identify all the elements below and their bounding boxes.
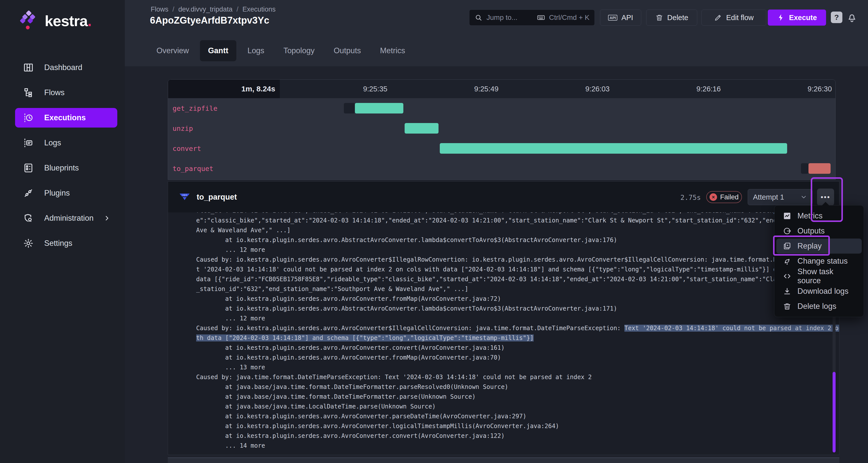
breadcrumb-item[interactable]: Flows	[151, 5, 168, 13]
failed-x-icon: ×	[710, 193, 717, 201]
log-line: Caused by: io.kestra.plugin.serdes.avro.…	[196, 255, 839, 265]
menu-item-delete-logs[interactable]: Delete logs	[776, 299, 862, 314]
delete-button[interactable]: Delete	[646, 9, 697, 26]
sidebar-item-flows[interactable]: Flows	[15, 83, 117, 102]
sidebar-item-label: Dashboard	[44, 63, 82, 72]
breadcrumb-item[interactable]: Executions	[242, 5, 276, 13]
menu-item-label: Show task source	[798, 267, 855, 285]
gantt-bar-to_parquet[interactable]	[808, 163, 831, 174]
sidebar-item-blueprints[interactable]: Blueprints	[15, 158, 117, 178]
sidebar-item-administration[interactable]: Administration	[15, 208, 117, 228]
attempt-select[interactable]: Attempt 1	[748, 189, 812, 205]
log-line: at io.kestra.plugin.serdes.avro.AvroConv…	[196, 431, 839, 441]
metrics-icon	[783, 212, 792, 220]
gantt-time-tick: 9:25:49	[391, 80, 502, 98]
code-icon	[783, 272, 792, 280]
gantt-task-label: convert	[173, 145, 201, 152]
sidebar-item-executions[interactable]: Executions	[15, 108, 117, 128]
sidebar-item-label: Plugins	[44, 189, 70, 197]
gantt-duration-label: 1m, 8.24s	[168, 80, 280, 98]
gantt-bar-get_zipfile[interactable]	[344, 103, 355, 114]
tab-metrics[interactable]: Metrics	[372, 40, 413, 61]
menu-item-change-status[interactable]: Change status	[776, 254, 862, 269]
log-line: Ave & Waveland Ave"," ...]	[196, 225, 839, 235]
log-line: at io.kestra.plugin.serdes.avro.AvroConv…	[196, 421, 839, 431]
gantt-timeline-header: 1m, 8.24s 9:25:359:25:499:26:039:26:169:…	[168, 80, 835, 98]
api-button[interactable]: API API	[600, 9, 641, 26]
logo-red-dot	[26, 26, 30, 29]
keyboard-icon	[537, 13, 545, 22]
log-line: _station_id":"632","end_station_name":"S…	[196, 284, 839, 294]
help-button[interactable]: ?	[831, 11, 842, 23]
flows-icon	[23, 87, 34, 98]
tab-overview[interactable]: Overview	[149, 40, 197, 61]
sidebar-nav: DashboardFlowsExecutionsLogsBlueprintsPl…	[0, 58, 125, 258]
log-line: Caused by: io.kestra.plugin.serdes.avro.…	[196, 323, 839, 333]
sidebar-item-dashboard[interactable]: Dashboard	[15, 58, 117, 77]
shortcut-hint: Ctrl/Cmd + K	[549, 13, 589, 22]
log-line: at io.kestra.plugin.serdes.avro.Abstract…	[196, 235, 839, 245]
sidebar-item-settings[interactable]: Settings	[15, 234, 117, 253]
gantt-bar-unzip[interactable]	[405, 123, 438, 133]
gantt-row-to_parquet: to_parquet	[168, 158, 835, 179]
gantt-time-tick: 9:25:35	[280, 80, 391, 98]
tab-topology[interactable]: Topology	[275, 40, 322, 61]
gantt-task-label: unzip	[173, 125, 193, 132]
api-chip-icon: API	[608, 15, 617, 21]
log-line: at java.base/java.time.LocalDateTime.par…	[196, 402, 839, 411]
breadcrumb-item[interactable]: dev.divvy_tripdata	[178, 5, 232, 13]
dashboard-icon	[23, 62, 34, 73]
jump-to-search[interactable]: Jump to... Ctrl/Cmd + K	[469, 9, 595, 26]
menu-item-replay[interactable]: Replay	[776, 239, 862, 254]
log-line: Caused by: java.time.format.DateTimePars…	[196, 372, 839, 382]
gantt-bar-convert[interactable]	[440, 143, 787, 154]
log-line: th data ["2024-02-03 14:14:18"] and sche…	[196, 333, 839, 343]
tab-outputs[interactable]: Outputs	[326, 40, 369, 61]
download-icon	[783, 287, 792, 296]
pencil-icon	[714, 13, 722, 22]
log-line: at java.base/java.time.format.DateTimeFo…	[196, 392, 839, 402]
log-line: ... 12 more	[196, 245, 839, 255]
lightning-icon	[777, 13, 785, 22]
log-scrollbar-thumb[interactable]	[833, 372, 836, 453]
menu-item-label: Download logs	[798, 287, 848, 296]
log-line: ... 13 more	[196, 363, 839, 372]
status-badge-failed: × Failed	[706, 191, 742, 203]
menu-item-download-logs[interactable]: Download logs	[776, 284, 862, 299]
plugins-icon	[23, 188, 34, 198]
menu-item-label: Delete logs	[798, 302, 836, 311]
tab-logs[interactable]: Logs	[239, 40, 272, 61]
chevron-right-icon	[103, 214, 111, 222]
replay-icon	[783, 242, 792, 250]
gantt-bar-to_parquet[interactable]	[801, 163, 808, 174]
execute-button[interactable]: Execute	[768, 9, 826, 26]
sidebar-item-plugins[interactable]: Plugins	[15, 183, 117, 203]
sidebar-item-label: Blueprints	[44, 163, 79, 173]
task-context-menu: MetricsOutputsReplayChange statusShow ta…	[774, 205, 864, 317]
tab-gantt[interactable]: Gantt	[200, 40, 236, 61]
blueprints-icon	[23, 163, 34, 173]
avro-task-icon	[179, 193, 190, 201]
log-line: at io.kestra.plugin.serdes.avro.AvroConv…	[196, 343, 839, 353]
breadcrumb: Flows/dev.divvy_tripdata/Executions	[151, 5, 276, 13]
menu-item-show-task-source[interactable]: Show task source	[776, 269, 862, 284]
edit-flow-button[interactable]: Edit flow	[702, 9, 766, 26]
gantt-panel: 1m, 8.24s 9:25:359:25:499:26:039:26:169:…	[168, 79, 836, 180]
kestra-app: kestra. DashboardFlowsExecutionsLogsBlue…	[0, 0, 868, 463]
menu-item-metrics[interactable]: Metrics	[776, 208, 862, 223]
sidebar-item-label: Logs	[44, 138, 61, 147]
kestra-logo-mark	[21, 10, 38, 31]
gantt-bar-get_zipfile[interactable]	[355, 103, 403, 114]
kestra-logo[interactable]: kestra.	[21, 10, 91, 31]
task-detail-header: to_parquet 2.75s × Failed Attempt 1 •••	[168, 182, 839, 212]
log-line: at java.base/java.time.format.DateTimeFo…	[196, 382, 839, 392]
notifications-bell-icon[interactable]	[846, 10, 858, 24]
sidebar-item-label: Administration	[44, 214, 93, 223]
task-duration: 2.75s	[680, 193, 701, 202]
menu-item-outputs[interactable]: Outputs	[776, 223, 862, 239]
logo-text: kestra.	[45, 12, 91, 30]
sidebar-item-logs[interactable]: Logs	[15, 133, 117, 153]
trash-icon	[783, 302, 792, 311]
menu-item-label: Change status	[798, 257, 848, 266]
gantt-row-get_zipfile: get_zipfile	[168, 98, 835, 118]
